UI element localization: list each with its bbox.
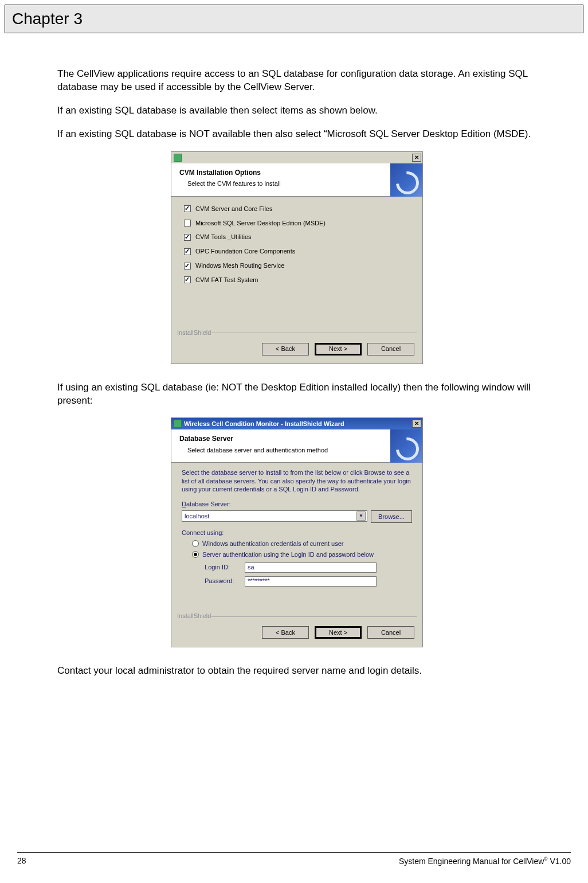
dialog-subtitle: Select the CVM features to install bbox=[179, 179, 414, 188]
chapter-header: Chapter 3 bbox=[5, 5, 583, 33]
install-options-dialog: ✕ CVM Installation Options Select the CV… bbox=[171, 151, 423, 364]
close-icon[interactable]: ✕ bbox=[412, 420, 421, 428]
page-number: 28 bbox=[17, 856, 26, 866]
dialog-titlebar-text: Wireless Cell Condition Monitor - Instal… bbox=[184, 420, 344, 428]
next-button[interactable]: Next > bbox=[315, 343, 362, 355]
radio-windows-auth[interactable]: Windows authentication credentials of cu… bbox=[192, 540, 412, 548]
page-content: The CellView applications require access… bbox=[0, 33, 588, 678]
checkbox-label: Microsoft SQL Server Desktop Edition (MS… bbox=[195, 219, 326, 228]
checkbox-icon[interactable] bbox=[184, 220, 191, 226]
checkbox-label: Windows Mesh Routing Service bbox=[195, 261, 284, 270]
app-icon bbox=[174, 420, 182, 428]
checkbox-icon[interactable] bbox=[184, 248, 191, 255]
logo-icon bbox=[390, 429, 422, 463]
paragraph: If using an existing SQL database (ie: N… bbox=[57, 381, 536, 408]
paragraph: The CellView applications require access… bbox=[57, 68, 536, 94]
back-button[interactable]: < Back bbox=[262, 343, 309, 355]
dialog-buttons: < Back Next > Cancel bbox=[171, 337, 422, 364]
dialog-titlebar: ✕ bbox=[171, 152, 422, 163]
radio-icon[interactable] bbox=[192, 551, 199, 558]
info-text: Select the database server to install to… bbox=[182, 468, 412, 493]
browse-button[interactable]: Browse... bbox=[371, 510, 412, 523]
radio-server-auth[interactable]: Server authentication using the Login ID… bbox=[192, 550, 412, 559]
cancel-button[interactable]: Cancel bbox=[367, 343, 414, 355]
page-footer: 28 System Engineering Manual for CellVie… bbox=[0, 852, 588, 866]
password-input[interactable]: ********* bbox=[245, 576, 377, 587]
logo-icon bbox=[390, 163, 422, 197]
cancel-button[interactable]: Cancel bbox=[367, 626, 414, 639]
paragraph: If an existing SQL database is NOT avail… bbox=[57, 128, 536, 141]
checkbox-row[interactable]: OPC Foundation Core Components bbox=[184, 247, 412, 256]
radio-label: Windows authentication credentials of cu… bbox=[202, 540, 343, 548]
checkbox-icon[interactable] bbox=[184, 276, 191, 283]
checkbox-row[interactable]: Windows Mesh Routing Service bbox=[184, 261, 412, 270]
app-icon bbox=[174, 154, 182, 162]
radio-label: Server authentication using the Login ID… bbox=[202, 550, 374, 559]
paragraph: Contact your local administrator to obta… bbox=[57, 665, 536, 678]
installshield-label: InstallShield bbox=[171, 329, 422, 337]
dialog-header: CVM Installation Options Select the CVM … bbox=[171, 163, 422, 197]
checkbox-label: OPC Foundation Core Components bbox=[195, 247, 295, 256]
dialog-subtitle: Select database server and authenticatio… bbox=[179, 446, 414, 455]
dialog-title: CVM Installation Options bbox=[179, 168, 414, 177]
close-icon[interactable]: ✕ bbox=[412, 154, 421, 162]
paragraph: If an existing SQL database is available… bbox=[57, 104, 536, 118]
checkbox-icon[interactable] bbox=[184, 205, 191, 212]
checkbox-row[interactable]: CVM Server and Core Files bbox=[184, 205, 412, 213]
checkbox-icon[interactable] bbox=[184, 263, 191, 269]
login-label: Login ID: bbox=[205, 563, 245, 572]
doc-title: System Engineering Manual for CellView© … bbox=[399, 856, 571, 866]
password-label: Password: bbox=[205, 577, 245, 585]
installshield-label: InstallShield bbox=[171, 612, 422, 620]
checkbox-label: CVM Server and Core Files bbox=[195, 205, 273, 213]
checkbox-row[interactable]: CVM Tools _Utilities bbox=[184, 233, 412, 241]
checkbox-icon[interactable] bbox=[184, 234, 191, 241]
combo-value: localhost bbox=[185, 512, 209, 521]
next-button[interactable]: Next > bbox=[315, 626, 362, 639]
dialog-header: Database Server Select database server a… bbox=[171, 429, 422, 463]
checkbox-row[interactable]: CVM FAT Test System bbox=[184, 276, 412, 284]
checkbox-label: CVM FAT Test System bbox=[195, 276, 258, 284]
login-input[interactable]: sa bbox=[245, 562, 377, 573]
dialog-title: Database Server bbox=[179, 434, 414, 443]
checkbox-row[interactable]: Microsoft SQL Server Desktop Edition (MS… bbox=[184, 219, 412, 228]
dialog-body: CVM Server and Core Files Microsoft SQL … bbox=[171, 197, 422, 329]
checkbox-label: CVM Tools _Utilities bbox=[195, 233, 252, 241]
radio-icon[interactable] bbox=[192, 540, 199, 547]
database-server-dialog: Wireless Cell Condition Monitor - Instal… bbox=[171, 417, 423, 647]
field-label: Database Server: bbox=[182, 500, 412, 509]
dialog-buttons: < Back Next > Cancel bbox=[171, 620, 422, 647]
dialog-body: Select the database server to install to… bbox=[171, 463, 422, 612]
dialog-titlebar: Wireless Cell Condition Monitor - Instal… bbox=[171, 418, 422, 429]
chevron-down-icon[interactable]: ▼ bbox=[356, 511, 366, 521]
back-button[interactable]: < Back bbox=[262, 626, 309, 639]
database-server-combo[interactable]: localhost ▼ bbox=[182, 510, 367, 522]
field-label: Connect using: bbox=[182, 529, 412, 537]
